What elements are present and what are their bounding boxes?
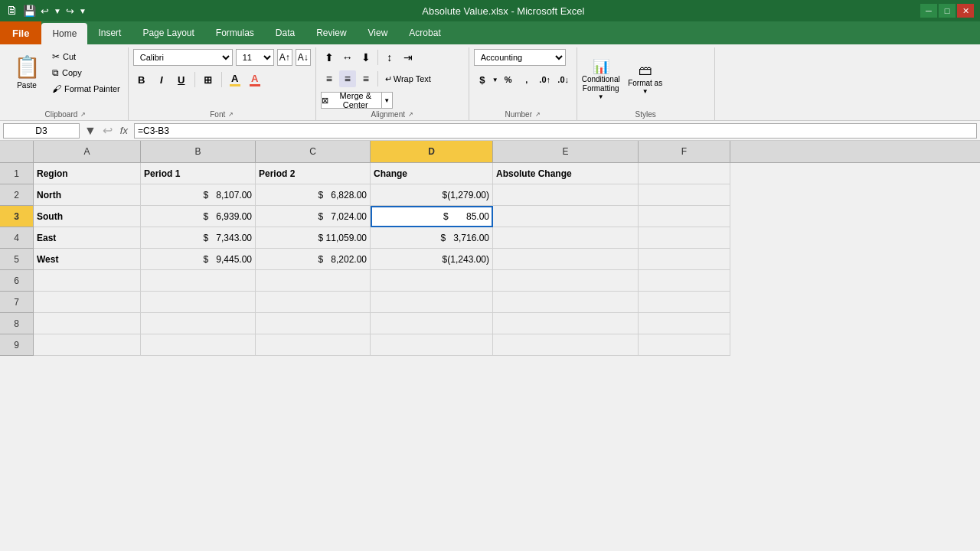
italic-button[interactable]: I — [153, 71, 170, 88]
number-format-selector[interactable]: Accounting — [474, 49, 566, 66]
minimize-button[interactable]: ─ — [920, 4, 937, 18]
copy-button[interactable]: ⧉ Copy — [49, 65, 123, 80]
cell-e2[interactable] — [493, 184, 639, 206]
cell-f9[interactable] — [639, 334, 730, 356]
formula-nav-back[interactable]: ↩ — [101, 123, 114, 138]
dollar-dropdown[interactable]: ▼ — [492, 77, 498, 83]
cell-f8[interactable] — [639, 313, 730, 334]
cell-ref-box[interactable]: D3 — [3, 123, 80, 139]
font-expand-icon[interactable]: ↗ — [228, 111, 234, 118]
quick-access-undo-arrow[interactable]: ▼ — [54, 7, 61, 15]
tab-insert[interactable]: Insert — [87, 21, 132, 44]
cell-b4[interactable]: $ 7,343.00 — [141, 227, 256, 249]
cell-f4[interactable] — [639, 227, 730, 249]
increase-font-size-button[interactable]: A↑ — [277, 49, 292, 66]
corner-cell[interactable] — [0, 141, 34, 162]
tab-page-layout[interactable]: Page Layout — [132, 21, 204, 44]
row-header-1[interactable]: 1 — [0, 163, 34, 184]
indent-button[interactable]: ⇥ — [400, 49, 416, 66]
tab-formulas[interactable]: Formulas — [205, 21, 265, 44]
tab-view[interactable]: View — [358, 21, 399, 44]
cell-d1[interactable]: Change — [371, 163, 493, 184]
cell-a1[interactable]: Region — [34, 163, 141, 184]
cell-c8[interactable] — [256, 313, 371, 334]
cell-a8[interactable] — [34, 313, 141, 334]
cell-b3[interactable]: $ 6,939.00 — [141, 206, 256, 227]
row-header-2[interactable]: 2 — [0, 184, 34, 206]
font-size-selector[interactable]: 11 — [236, 49, 274, 66]
quick-access-redo[interactable]: ↪ — [66, 5, 74, 17]
cell-c7[interactable] — [256, 292, 371, 313]
cell-d9[interactable] — [371, 334, 493, 356]
quick-access-more[interactable]: ▼ — [79, 7, 87, 15]
font-color-button[interactable]: A — [247, 71, 263, 88]
align-left-button[interactable]: ≡ — [321, 70, 338, 87]
dollar-button[interactable]: $ — [474, 71, 491, 88]
cell-e7[interactable] — [493, 292, 639, 313]
row-header-5[interactable]: 5 — [0, 249, 34, 270]
cell-b7[interactable] — [141, 292, 256, 313]
row-header-8[interactable]: 8 — [0, 313, 34, 334]
align-bottom-button[interactable]: ⬇ — [358, 49, 374, 66]
dec-decimal-button[interactable]: .0↓ — [555, 71, 572, 88]
cell-a7[interactable] — [34, 292, 141, 313]
cell-c4[interactable]: $ 11,059.00 — [256, 227, 371, 249]
col-header-c[interactable]: C — [256, 141, 371, 162]
cell-c3[interactable]: $ 7,024.00 — [256, 206, 371, 227]
cell-d2[interactable]: $(1,279.00) — [371, 184, 493, 206]
cell-e4[interactable] — [493, 227, 639, 249]
cell-e9[interactable] — [493, 334, 639, 356]
cell-d3[interactable]: $ 85.00 — [371, 206, 493, 227]
number-expand-icon[interactable]: ↗ — [535, 111, 541, 118]
cell-c5[interactable]: $ 8,202.00 — [256, 249, 371, 270]
font-selector[interactable]: Calibri — [133, 49, 233, 66]
col-header-a[interactable]: A — [34, 141, 141, 162]
cell-c1[interactable]: Period 2 — [256, 163, 371, 184]
underline-button[interactable]: U — [173, 71, 190, 88]
row-header-4[interactable]: 4 — [0, 227, 34, 249]
percent-button[interactable]: % — [500, 71, 517, 88]
align-right-button[interactable]: ≡ — [358, 70, 374, 87]
quick-access-undo[interactable]: ↩ — [41, 5, 49, 17]
cell-d7[interactable] — [371, 292, 493, 313]
tab-file[interactable]: File — [0, 21, 41, 44]
cell-e1[interactable]: Absolute Change — [493, 163, 639, 184]
comma-button[interactable]: , — [518, 71, 535, 88]
align-middle-button[interactable]: ↔ — [339, 49, 356, 66]
alignment-expand-icon[interactable]: ↗ — [408, 111, 413, 118]
cell-b6[interactable] — [141, 270, 256, 292]
col-header-d[interactable]: D — [371, 141, 493, 162]
clipboard-expand-icon[interactable]: ↗ — [80, 111, 86, 118]
wrap-text-button[interactable]: ↵ Wrap Text — [381, 70, 435, 87]
row-header-9[interactable]: 9 — [0, 334, 34, 356]
cell-f1[interactable] — [639, 163, 730, 184]
col-header-b[interactable]: B — [141, 141, 256, 162]
borders-button[interactable]: ⊞ — [200, 71, 217, 88]
cell-f5[interactable] — [639, 249, 730, 270]
cell-d8[interactable] — [371, 313, 493, 334]
format-as-table-button[interactable]: 🗃 Format as ▼ — [626, 61, 665, 96]
cell-c2[interactable]: $ 6,828.00 — [256, 184, 371, 206]
cell-c9[interactable] — [256, 334, 371, 356]
decrease-font-size-button[interactable]: A↓ — [296, 49, 311, 66]
cell-f2[interactable] — [639, 184, 730, 206]
row-header-7[interactable]: 7 — [0, 292, 34, 313]
row-header-3[interactable]: 3 — [0, 206, 34, 227]
cell-e6[interactable] — [493, 270, 639, 292]
cut-button[interactable]: ✂ Cut — [49, 49, 123, 64]
formula-dropdown-icon[interactable]: ▼ — [83, 124, 98, 138]
fill-color-button[interactable]: A — [227, 71, 243, 88]
paste-button[interactable]: 📋 Paste — [8, 49, 46, 95]
cell-a2[interactable]: North — [34, 184, 141, 206]
cell-b1[interactable]: Period 1 — [141, 163, 256, 184]
cell-d4[interactable]: $ 3,716.00 — [371, 227, 493, 249]
cell-a3[interactable]: South — [34, 206, 141, 227]
cell-b5[interactable]: $ 9,445.00 — [141, 249, 256, 270]
format-as-dropdown[interactable]: ▼ — [642, 88, 648, 95]
format-painter-button[interactable]: 🖌 Format Painter — [49, 81, 123, 96]
cell-a9[interactable] — [34, 334, 141, 356]
bold-button[interactable]: B — [133, 71, 150, 88]
cell-d6[interactable] — [371, 270, 493, 292]
col-header-f[interactable]: F — [639, 141, 730, 162]
cell-e3[interactable] — [493, 206, 639, 227]
